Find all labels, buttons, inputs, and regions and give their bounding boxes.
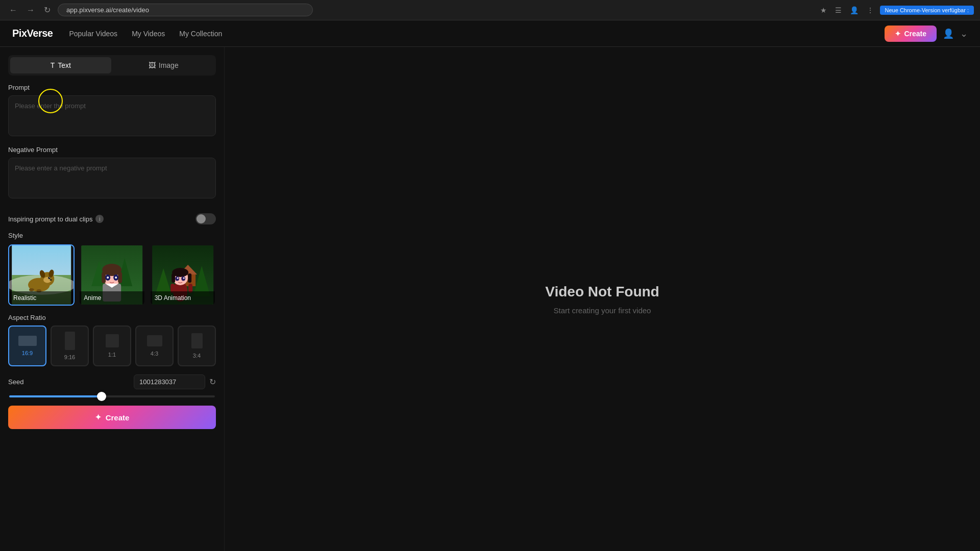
prompt-section: Prompt: [8, 84, 216, 138]
style-cards: Realistic: [8, 244, 216, 306]
aspect-label-3-4: 3:4: [193, 353, 201, 359]
app-container: PixVerse Popular Videos My Videos My Col…: [0, 20, 980, 551]
browser-bar: ← → ↻ app.pixverse.ai/create/video ★ ☰ 👤…: [0, 0, 980, 20]
svg-rect-43: [106, 334, 119, 347]
style-card-realistic-label: Realistic: [9, 291, 74, 305]
toggle-knob: [197, 214, 206, 223]
tab-bar: T Text 🖼 Image: [8, 55, 216, 76]
svg-rect-34: [188, 273, 191, 283]
text-tab-icon: T: [51, 61, 55, 69]
inspiring-toggle[interactable]: [195, 213, 216, 224]
create-button-label: Create: [106, 413, 130, 422]
refresh-button[interactable]: ↻: [41, 4, 54, 16]
style-card-anime-label: Anime: [80, 291, 144, 305]
aspect-icon-1-1: [106, 334, 119, 347]
svg-rect-20: [118, 272, 122, 283]
style-card-3d[interactable]: 3D Animation: [150, 244, 216, 306]
inspiring-label: Inspiring prompt to dual clips i: [8, 215, 104, 223]
settings-icon[interactable]: ⋮: [865, 4, 876, 16]
svg-point-8: [50, 279, 52, 281]
svg-point-23: [107, 277, 109, 279]
svg-rect-42: [65, 332, 75, 350]
tab-text[interactable]: T Text: [10, 57, 111, 73]
prompt-label: Prompt: [8, 84, 216, 91]
svg-point-38: [183, 278, 184, 279]
prompt-textarea[interactable]: [8, 95, 216, 136]
slider-fill: [9, 395, 102, 397]
seed-input-wrapper: ↻: [134, 374, 216, 389]
bottom-create-button[interactable]: ✦ Create: [8, 406, 216, 429]
aspect-card-16-9[interactable]: 16:9: [8, 325, 46, 366]
nav-right: ✦ Create 👤 ⌄: [885, 26, 968, 42]
create-plus-icon: ✦: [895, 30, 901, 38]
aspect-icon-16-9: [18, 336, 37, 346]
aspect-card-1-1[interactable]: 1:1: [93, 325, 131, 366]
top-create-button[interactable]: ✦ Create: [885, 26, 937, 42]
svg-rect-45: [191, 333, 203, 348]
tab-text-label: Text: [58, 61, 71, 69]
aspect-icon-4-3: [147, 335, 162, 346]
nav-popular-videos[interactable]: Popular Videos: [69, 30, 117, 38]
seed-input[interactable]: [134, 374, 205, 389]
svg-rect-41: [18, 336, 37, 346]
style-section: Style: [8, 232, 216, 306]
forward-button[interactable]: →: [23, 5, 38, 16]
address-bar[interactable]: app.pixverse.ai/create/video: [58, 4, 313, 16]
style-card-3d-label: 3D Animation: [151, 291, 215, 305]
main-content: T Text 🖼 Image Prompt Negative Prompt: [0, 47, 980, 551]
aspect-label-16-9: 16:9: [22, 350, 33, 356]
user-menu-chevron[interactable]: ⌄: [960, 28, 968, 39]
aspect-label-4-3: 4:3: [151, 350, 158, 357]
aspect-card-3-4[interactable]: 3:4: [178, 325, 216, 366]
extensions-icon[interactable]: ☰: [833, 4, 844, 16]
negative-prompt-section: Negative Prompt: [8, 146, 216, 200]
svg-rect-44: [147, 335, 162, 346]
svg-rect-19: [102, 272, 106, 283]
style-label: Style: [8, 232, 216, 239]
seed-row: Seed ↻: [8, 374, 216, 389]
seed-label: Seed: [8, 378, 23, 386]
aspect-label-1-1: 1:1: [108, 352, 116, 358]
aspect-card-4-3[interactable]: 4:3: [135, 325, 174, 366]
empty-state-title: Video Not Found: [545, 284, 659, 300]
negative-prompt-textarea[interactable]: [8, 158, 216, 198]
nav-my-videos[interactable]: My Videos: [132, 30, 165, 38]
app-logo: PixVerse: [12, 28, 53, 39]
style-card-realistic[interactable]: Realistic: [8, 244, 75, 306]
aspect-card-9-16[interactable]: 9:16: [51, 325, 89, 366]
inspiring-toggle-row: Inspiring prompt to dual clips i: [8, 208, 216, 230]
browser-actions: ★ ☰ 👤 ⋮ Neue Chrome-Version verfügbar :: [818, 4, 974, 16]
bookmark-icon[interactable]: ★: [818, 4, 829, 16]
aspect-icon-3-4: [191, 333, 203, 348]
image-tab-icon: 🖼: [149, 61, 156, 69]
nav-links: Popular Videos My Videos My Collection: [69, 30, 222, 38]
empty-state-subtitle: Start creating your first video: [554, 306, 651, 315]
back-button[interactable]: ←: [6, 5, 20, 16]
negative-prompt-label: Negative Prompt: [8, 146, 216, 154]
svg-point-24: [115, 277, 117, 279]
aspect-ratio-cards: 16:9 9:16 1:1: [8, 325, 216, 366]
form-panel: T Text 🖼 Image Prompt Negative Prompt: [0, 47, 225, 551]
duration-slider[interactable]: [9, 395, 215, 397]
chrome-update-badge[interactable]: Neue Chrome-Version verfügbar :: [880, 6, 974, 15]
svg-rect-33: [172, 273, 175, 283]
top-nav: PixVerse Popular Videos My Videos My Col…: [0, 20, 980, 47]
create-star-icon: ✦: [95, 413, 102, 422]
profile-icon[interactable]: 👤: [848, 4, 861, 16]
tab-image[interactable]: 🖼 Image: [113, 57, 214, 73]
aspect-ratio-section: Aspect Ratio 16:9 9:16: [8, 314, 216, 366]
nav-my-collection[interactable]: My Collection: [179, 30, 222, 38]
slider-thumb[interactable]: [97, 392, 106, 401]
nav-buttons: ← → ↻: [6, 4, 54, 16]
slider-container: [8, 395, 216, 397]
style-card-anime[interactable]: Anime: [79, 244, 145, 306]
svg-point-37: [177, 278, 178, 279]
seed-refresh-icon[interactable]: ↻: [209, 377, 216, 387]
inspiring-info-icon[interactable]: i: [95, 215, 104, 223]
aspect-label-9-16: 9:16: [64, 354, 75, 360]
tab-image-label: Image: [159, 61, 179, 69]
user-avatar[interactable]: 👤: [943, 28, 954, 39]
aspect-ratio-label: Aspect Ratio: [8, 314, 216, 321]
aspect-icon-9-16: [65, 332, 75, 350]
right-panel: Video Not Found Start creating your firs…: [225, 47, 980, 551]
